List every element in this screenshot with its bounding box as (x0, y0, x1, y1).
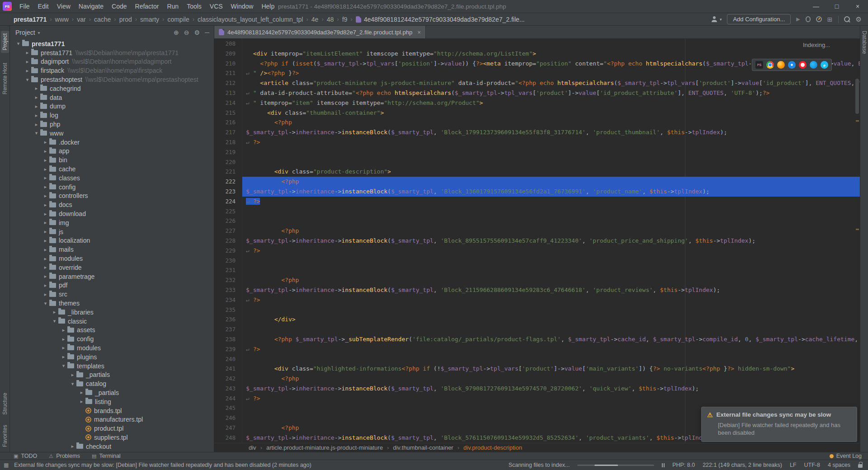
code-line-213[interactable]: 213↵ " data-id-product-attribute="<?php … (214, 88, 860, 98)
code-line-223[interactable]: 223$_smarty_tpl->inheritance->instanceBl… (214, 187, 860, 197)
hide-panel-icon[interactable]: ─ (205, 29, 209, 36)
run-icon[interactable]: ▶ (796, 16, 800, 22)
menu-help[interactable]: Help (257, 0, 278, 13)
menu-view[interactable]: View (53, 0, 75, 13)
line-number[interactable]: 237 (214, 324, 242, 334)
code-line-230[interactable]: 230 (214, 256, 860, 266)
menu-edit[interactable]: Edit (34, 0, 53, 13)
event-log-button[interactable]: Event Log (830, 453, 862, 459)
chevron-right-icon[interactable]: ▸ (78, 399, 85, 404)
tree-item-log[interactable]: ▸log (10, 111, 214, 120)
breadcrumb-file-item[interactable]: 4e48f9081812442e5797c9033049dad3e79d82e7… (356, 16, 525, 23)
breadcrumb-item[interactable]: var (77, 16, 85, 23)
code-line-239[interactable]: 239↵ ?> (214, 344, 860, 354)
code-line-240[interactable]: 240 (214, 354, 860, 364)
chevron-right-icon[interactable]: ▸ (42, 229, 49, 235)
line-number[interactable]: 215 (214, 108, 242, 118)
tree-item-presta1771[interactable]: ▾presta1771 (10, 39, 214, 48)
tree-item-suppliers-tpl[interactable]: suppliers.tpl (10, 433, 214, 442)
line-number[interactable]: 216 (214, 118, 242, 127)
tree-item--docker[interactable]: ▸.docker (10, 138, 214, 147)
code-line-219[interactable]: 219 (214, 147, 860, 157)
menu-vcs[interactable]: VCS (206, 0, 227, 13)
close-icon[interactable]: × (847, 0, 868, 13)
code-line-225[interactable]: 225 (214, 207, 860, 216)
code-line-217[interactable]: 217$_smarty_tpl->inheritance->instanceBl… (214, 127, 860, 137)
line-ending-widget[interactable]: LF (790, 462, 797, 468)
tool-window-button-terminal[interactable]: ▤Terminal (92, 453, 121, 459)
tree-item-config[interactable]: ▸config (10, 334, 214, 343)
chevron-right-icon[interactable]: ▸ (24, 59, 31, 65)
tree-item-www[interactable]: ▾www (10, 129, 214, 138)
code-line-222[interactable]: 222 <?php (214, 177, 860, 187)
tree-item-bin[interactable]: ▸bin (10, 155, 214, 164)
code-line-208[interactable]: 208 (214, 39, 860, 49)
chevron-down-icon[interactable]: ▾ (42, 301, 49, 306)
tab-close-icon[interactable]: × (417, 29, 421, 36)
menu-run[interactable]: Run (163, 0, 183, 13)
code-line-237[interactable]: 237 (214, 324, 860, 334)
tree-item--partials[interactable]: ▸_partials (10, 370, 214, 379)
chevron-down-icon[interactable]: ▾ (60, 363, 67, 369)
line-number[interactable]: 246 (214, 413, 242, 423)
code-line-216[interactable]: 216 <?php (214, 118, 860, 127)
chevron-right-icon[interactable]: ▸ (42, 202, 49, 208)
code-line-233[interactable]: 233$_smarty_tpl->inheritance->instanceBl… (214, 285, 860, 295)
tree-item-product-tpl[interactable]: product.tpl (10, 424, 214, 433)
debug-icon[interactable] (806, 16, 811, 22)
chevron-right-icon[interactable]: ▸ (42, 184, 49, 190)
project-panel-title[interactable]: Project (15, 29, 35, 36)
tool-button-remote-host[interactable]: Remote Host (2, 63, 8, 94)
edge-icon[interactable] (810, 61, 817, 69)
tree-item-firstpack[interactable]: ▸firstpack \\wsl$\Debian\home\mpa\firstp… (10, 66, 214, 75)
line-number[interactable]: 231 (214, 265, 242, 275)
breadcrumb-item[interactable]: presta1771 (14, 16, 47, 23)
line-number[interactable]: 226 (214, 216, 242, 226)
tree-item-modules[interactable]: ▸modules (10, 343, 214, 352)
coverage-icon[interactable]: ⊞ (827, 16, 833, 23)
caret-position-widget[interactable]: 222:1 (149 chars, 2 line breaks) (703, 462, 782, 468)
chevron-right-icon[interactable]: ▸ (33, 122, 40, 127)
line-number[interactable]: 240 (214, 354, 242, 364)
tree-item--partials[interactable]: ▸_partials (10, 388, 214, 397)
chrome-icon[interactable] (766, 61, 774, 69)
tree-item-cache[interactable]: ▸cache (10, 164, 214, 174)
code-line-209[interactable]: 209 <div itemprop="itemListElement" item… (214, 49, 860, 59)
tree-item-presta1771[interactable]: ▸presta1771 \\wsl$\Debian\home\mpa\prest… (10, 48, 214, 57)
tree-item-templates[interactable]: ▾templates (10, 362, 214, 371)
chevron-right-icon[interactable]: ▸ (42, 193, 49, 199)
chevron-right-icon[interactable]: ▸ (60, 354, 67, 360)
code-line-221[interactable]: 221 <div class="product-description"> (214, 167, 860, 177)
line-number[interactable]: 233 (214, 285, 242, 295)
code-line-235[interactable]: 235 (214, 305, 860, 315)
line-number[interactable]: 217 (214, 127, 242, 137)
breadcrumb-element[interactable]: article.product-miniature.js-product-min… (266, 444, 383, 451)
menu-refactor[interactable]: Refactor (131, 0, 163, 13)
tool-window-button-todo[interactable]: ▣TODO (14, 453, 37, 459)
tree-item-localization[interactable]: ▸localization (10, 236, 214, 245)
menu-window[interactable]: Window (227, 0, 258, 13)
chevron-right-icon[interactable]: ▸ (42, 247, 49, 253)
code-line-214[interactable]: 214↵ " itemprop="item" itemscope itemtyp… (214, 98, 860, 108)
tool-button-structure[interactable]: Structure (2, 393, 8, 415)
line-number[interactable]: 232 (214, 275, 242, 285)
tree-item-docs[interactable]: ▸docs (10, 200, 214, 209)
code-line-228[interactable]: 228$_smarty_tpl->inheritance->instanceBl… (214, 236, 860, 246)
line-number[interactable]: 218 (214, 137, 242, 147)
indent-widget[interactable]: 4 spaces (828, 462, 850, 468)
chevron-right-icon[interactable]: ▸ (51, 309, 58, 315)
chevron-right-icon[interactable]: ▸ (33, 113, 40, 118)
chevron-right-icon[interactable]: ▸ (42, 282, 49, 288)
line-number[interactable]: 213 (214, 88, 242, 98)
tree-item-prestashoptest[interactable]: ▾prestashoptest \\wsl$\Debian\home\mpa\p… (10, 75, 214, 84)
code-line-212[interactable]: 212 <article class="product-miniature js… (214, 78, 860, 88)
code-line-231[interactable]: 231 (214, 265, 860, 275)
code-line-229[interactable]: 229↵ ?> (214, 246, 860, 256)
chevron-down-icon[interactable]: ▾ (24, 77, 31, 83)
chevron-right-icon[interactable]: ▸ (42, 175, 49, 181)
add-configuration-button[interactable]: Add Configuration... (727, 14, 791, 24)
code-line-238[interactable]: 238 <?php $_smarty_tpl->_subTemplateRend… (214, 334, 860, 344)
chevron-right-icon[interactable]: ▸ (42, 166, 49, 172)
line-number[interactable]: 211 (214, 68, 242, 78)
chevron-right-icon[interactable]: ▸ (24, 68, 31, 74)
